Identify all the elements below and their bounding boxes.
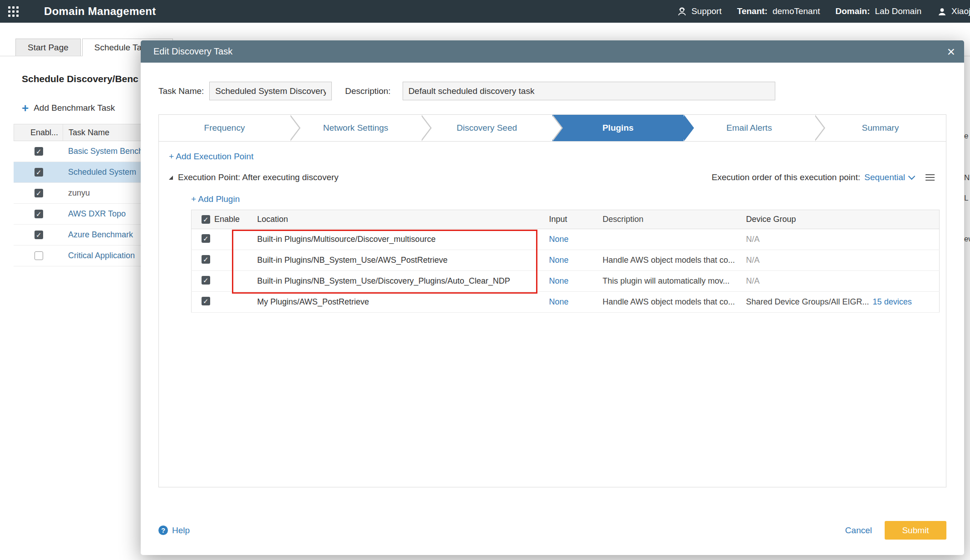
- plugin-table-wrap: Enable Location Input Description Device…: [191, 210, 939, 313]
- clipped-text-fragment: ew: [964, 235, 970, 244]
- task-name-link[interactable]: Azure Benchmark: [63, 230, 133, 240]
- plugin-input-link[interactable]: None: [549, 235, 569, 244]
- row-checkbox[interactable]: [34, 147, 43, 156]
- task-name-label: Task Name:: [158, 86, 204, 96]
- help-icon: ?: [158, 526, 168, 535]
- wizard-tab-plugins[interactable]: Plugins: [552, 115, 684, 141]
- topbar-right: Support Tenant: demoTenant Domain: Lab D…: [677, 6, 970, 17]
- plugin-row[interactable]: Built-in Plugins/NB_System_Use/AWS_PostR…: [192, 250, 940, 271]
- clipped-text-fragment: L: [964, 194, 970, 203]
- column-header-task-name: Task Name: [63, 128, 109, 138]
- user-icon: [937, 6, 947, 17]
- tenant-label: Tenant:: [737, 6, 768, 16]
- plugin-input-link[interactable]: None: [549, 297, 569, 306]
- plugin-location: My Plugins/AWS_PostRetrieve: [255, 292, 542, 313]
- chevron-down-icon[interactable]: [908, 173, 916, 180]
- tab-start-page[interactable]: Start Page: [15, 39, 81, 56]
- app-title: Domain Management: [44, 5, 156, 18]
- submit-button[interactable]: Submit: [885, 521, 946, 540]
- execution-order-value[interactable]: Sequential: [864, 172, 905, 182]
- description-input[interactable]: [403, 82, 775, 100]
- topbar: Domain Management Support Tenant: demoTe…: [0, 0, 970, 23]
- column-header-location: Location: [255, 210, 542, 229]
- plugin-location: Built-in Plugins/Multisource/Discover_mu…: [255, 229, 542, 250]
- wizard-tab-discovery-seed[interactable]: Discovery Seed: [421, 115, 552, 141]
- support-icon: [677, 6, 687, 17]
- plugin-location: Built-in Plugins/NB_System_Use/Discovery…: [255, 271, 542, 292]
- help-button[interactable]: ? Help: [158, 526, 190, 535]
- page-title: Schedule Discovery/Benc: [22, 74, 138, 84]
- hamburger-menu-icon[interactable]: [926, 174, 935, 181]
- tenant-value: demoTenant: [773, 6, 820, 16]
- plugin-row[interactable]: Built-in Plugins/NB_System_Use/Discovery…: [192, 271, 940, 292]
- task-name-link[interactable]: Critical Application: [63, 251, 135, 260]
- column-header-input: Input: [542, 210, 598, 229]
- support-label: Support: [691, 6, 722, 16]
- row-checkbox[interactable]: [34, 189, 43, 197]
- clipped-text-fragment: N: [964, 173, 970, 182]
- column-header-enabled: Enabl...: [14, 124, 63, 141]
- row-checkbox[interactable]: [202, 255, 210, 264]
- row-checkbox[interactable]: [34, 168, 43, 177]
- column-header-description: Description: [598, 210, 743, 229]
- task-name-link[interactable]: AWS DXR Topo: [63, 209, 126, 219]
- plugin-location: Built-in Plugins/NB_System_Use/AWS_PostR…: [255, 250, 542, 271]
- row-checkbox[interactable]: [34, 210, 43, 218]
- task-name-link[interactable]: Scheduled System: [63, 167, 136, 177]
- select-all-checkbox[interactable]: [202, 215, 210, 224]
- domain-label: Domain:: [836, 6, 870, 16]
- plugin-input-link[interactable]: None: [549, 255, 569, 265]
- modal-body: Task Name: Description: Frequency Networ…: [141, 63, 964, 555]
- devices-count-link[interactable]: 15 devices: [873, 297, 912, 306]
- wizard-tab-email-alerts[interactable]: Email Alerts: [684, 115, 815, 141]
- add-benchmark-task-button[interactable]: + Add Benchmark Task: [22, 103, 115, 113]
- modal-title: Edit Discovery Task: [153, 46, 232, 57]
- plugin-input-link[interactable]: None: [549, 276, 569, 285]
- domain-info: Domain: Lab Domain: [836, 6, 921, 16]
- cancel-button[interactable]: Cancel: [845, 526, 872, 535]
- task-name-link[interactable]: zunyu: [63, 188, 90, 198]
- wizard-tab-frequency[interactable]: Frequency: [159, 115, 290, 141]
- task-form-row: Task Name: Description:: [158, 82, 946, 100]
- modal-header: Edit Discovery Task ×: [141, 40, 964, 63]
- close-icon[interactable]: ×: [947, 45, 955, 59]
- screen: Domain Management Support Tenant: demoTe…: [0, 0, 970, 560]
- description-label: Description:: [345, 86, 390, 96]
- row-checkbox[interactable]: [34, 231, 43, 239]
- help-label: Help: [172, 526, 190, 535]
- add-plugin-link[interactable]: + Add Plugin: [191, 194, 240, 204]
- user-menu[interactable]: Xiaojin: [937, 6, 970, 17]
- plugin-description: Handle AWS object models that co...: [598, 292, 743, 313]
- plugin-device-group: N/A: [746, 255, 760, 265]
- row-checkbox[interactable]: [202, 276, 210, 285]
- plugin-description: Handle AWS object models that co...: [598, 250, 743, 271]
- task-name-link[interactable]: Basic System Bench: [63, 147, 143, 156]
- row-checkbox[interactable]: [202, 234, 210, 243]
- plus-icon: +: [22, 103, 29, 113]
- plugin-row[interactable]: My Plugins/AWS_PostRetrieve None Handle …: [192, 292, 940, 313]
- column-header-device-group: Device Group: [743, 210, 929, 229]
- wizard-tab-summary[interactable]: Summary: [815, 115, 946, 141]
- plugin-device-group: N/A: [746, 276, 760, 285]
- task-name-input[interactable]: [209, 82, 332, 100]
- column-header-enable: Enable: [214, 215, 240, 224]
- clipped-text-fragment: e: [964, 132, 970, 141]
- row-checkbox[interactable]: [202, 297, 210, 305]
- execution-point-row: Execution Point: After executing discove…: [169, 172, 935, 182]
- collapse-triangle-icon[interactable]: [169, 176, 173, 180]
- plugins-tab-content: + Add Execution Point Execution Point: A…: [159, 142, 946, 487]
- edit-discovery-task-modal: Edit Discovery Task × Task Name: Descrip…: [141, 40, 964, 555]
- add-execution-point-link[interactable]: + Add Execution Point: [169, 152, 253, 162]
- apps-grid-icon[interactable]: [8, 6, 19, 17]
- plugin-table: Enable Location Input Description Device…: [191, 210, 940, 313]
- support-menu[interactable]: Support: [677, 6, 722, 17]
- add-benchmark-task-label: Add Benchmark Task: [34, 103, 115, 113]
- plugin-table-header: Enable Location Input Description Device…: [192, 210, 940, 229]
- row-checkbox[interactable]: [34, 251, 43, 260]
- plugin-device-group: N/A: [746, 235, 760, 244]
- domain-value: Lab Domain: [875, 6, 921, 16]
- plugin-row[interactable]: Built-in Plugins/Multisource/Discover_mu…: [192, 229, 940, 250]
- plugin-device-group: Shared Device Groups/All EIGR...: [746, 297, 869, 306]
- execution-order-group: Execution order of this execution point:…: [712, 172, 935, 182]
- wizard-tab-network-settings[interactable]: Network Settings: [290, 115, 421, 141]
